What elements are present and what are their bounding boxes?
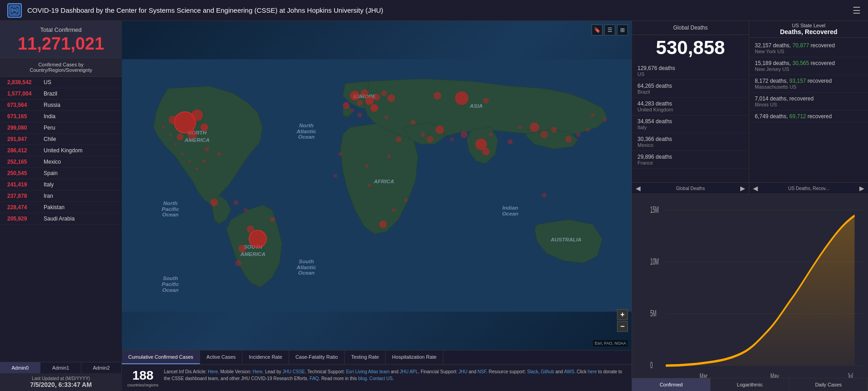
menu-icon[interactable]: ☰ [853,5,861,16]
map-tab-hospitalization[interactable]: Hospitalization Rate [386,351,443,364]
country-list-item[interactable]: 205,929Saudi Arabia [0,213,122,225]
us-list-item: 7,014 deaths, recoveredIllinois US [749,93,868,110]
zoom-in-button[interactable]: + [617,309,628,320]
svg-point-91 [162,126,165,129]
country-list-item[interactable]: 673,165India [0,111,122,122]
nsf-link[interactable]: NSF [477,369,486,374]
country-list-item[interactable]: 241,419Italy [0,179,122,190]
country-list-item[interactable]: 291,847Chile [0,134,122,145]
jhu-apl-link[interactable]: JHU APL [400,369,418,374]
svg-point-70 [518,125,522,130]
map-tab-testing[interactable]: Testing Rate [345,351,386,364]
svg-point-85 [202,159,206,163]
chart-tab-confirmed[interactable]: Confirmed [632,378,711,391]
esri-link[interactable]: Esri Living Atlas team [346,369,390,374]
aws-link[interactable]: AWS [564,369,574,374]
total-confirmed-value: 11,271,021 [7,35,115,52]
svg-point-63 [586,128,590,132]
right-panels: Global Deaths 530,858 129,676 deathsUS64… [632,21,868,391]
jhu-link[interactable]: JHU [459,369,467,374]
chart-tab-logarithmic[interactable]: Logarithmic [711,378,789,391]
us-state-next[interactable]: ▶ [859,185,864,192]
map-area: NORTH AMERICA SOUTH AMERICA ASIA EUROPE … [122,21,632,391]
blog-link[interactable]: blog [358,376,367,381]
article-link[interactable]: Here [208,369,218,374]
map-zoom-controls: + − [617,309,628,332]
country-list-item[interactable]: 286,412United Kingdom [0,145,122,156]
github-link[interactable]: Github [541,369,554,374]
svg-text:Jul: Jul [847,371,853,378]
right-top: Global Deaths 530,858 129,676 deathsUS64… [632,21,868,194]
map-tab-incidence[interactable]: Incidence Rate [242,351,289,364]
last-updated-label: Last Updated at (M/D/YYYY) [7,376,115,381]
csse-link[interactable]: JHU CSSE [282,369,305,374]
map-bottom-bar: 188 countries/regions Lancet Inf Dis Art… [122,364,632,391]
contact-link[interactable]: Contact US [369,376,392,381]
svg-point-75 [387,155,391,159]
svg-point-62 [576,132,581,137]
svg-point-53 [540,130,548,138]
svg-point-36 [433,92,441,100]
deaths-list[interactable]: 129,676 deathsUS64,265 deathsBrazil44,28… [632,60,749,182]
svg-point-81 [591,113,595,117]
svg-point-28 [187,130,197,139]
global-deaths-prev[interactable]: ◀ [636,185,641,192]
country-list-item[interactable]: 673,564Russia [0,100,122,111]
bookmark-icon[interactable]: 🔖 [592,25,602,35]
grid-icon[interactable]: ⊞ [617,25,628,35]
here-donate-link[interactable]: here [588,369,597,374]
svg-text:15M: 15M [650,204,659,215]
svg-point-39 [361,90,368,97]
map-tabs: Cumulative Confirmed Cases Active Cases … [122,350,632,364]
mobile-link[interactable]: Here [253,369,263,374]
svg-point-65 [351,108,355,112]
svg-point-37 [483,98,489,104]
zoom-out-button[interactable]: − [617,321,628,332]
svg-point-83 [204,147,209,152]
us-state-prev[interactable]: ◀ [753,185,758,192]
country-list-item[interactable]: 228,474Pakistan [0,202,122,213]
svg-point-55 [379,221,387,228]
country-list-item[interactable]: 1,577,004Brazil [0,88,122,100]
svg-point-30 [177,134,184,140]
svg-point-48 [482,148,490,155]
country-list-item[interactable]: 252,165Mexico [0,156,122,168]
country-list-item[interactable]: 2,839,542US [0,77,122,88]
country-list-item[interactable]: 237,878Iran [0,190,122,202]
global-deaths-next[interactable]: ▶ [740,185,745,192]
svg-point-67 [421,132,426,137]
country-list-item[interactable]: 250,545Spain [0,168,122,179]
map-container[interactable]: NORTH AMERICA SOUTH AMERICA ASIA EUROPE … [122,21,632,350]
country-count: 188 [132,368,154,383]
svg-point-61 [565,136,572,143]
svg-point-54 [551,127,557,133]
country-count-box: 188 countries/regions [127,368,159,387]
svg-point-90 [169,133,172,136]
svg-point-44 [357,100,363,106]
last-updated-date: 7/5/2020, 6:33:47 AM [7,381,115,388]
main-content: Total Confirmed 11,271,021 Confirmed Cas… [0,21,868,391]
list-icon[interactable]: ☰ [604,25,615,35]
last-updated: Last Updated at (M/D/YYYY) 7/5/2020, 6:3… [0,373,122,391]
admin-tab-0[interactable]: Admin0 [0,362,40,373]
map-tab-cfr[interactable]: Case-Fatality Ratio [289,351,345,364]
admin-tab-2[interactable]: Admin2 [81,362,122,373]
map-tab-cumulative[interactable]: Cumulative Confirmed Cases [122,351,200,364]
country-list-item[interactable]: 299,080Peru [0,122,122,134]
slack-link[interactable]: Slack [527,369,538,374]
svg-point-72 [392,208,396,212]
faq-link[interactable]: FAQ [310,376,319,381]
us-list[interactable]: 32,157 deaths, 70,877 recoveredNew York … [749,38,868,182]
chart-tab-daily[interactable]: Daily Cases [789,378,868,391]
header-title: COVID-19 Dashboard by the Center for Sys… [27,6,383,14]
country-list[interactable]: 2,839,542US1,577,004Brazil673,564Russia6… [0,77,122,362]
country-count-label: countries/regions [127,383,159,387]
svg-point-27 [201,123,208,131]
svg-point-35 [455,91,468,105]
admin-tab-1[interactable]: Admin1 [40,362,81,373]
svg-point-78 [234,200,239,205]
global-deaths-number: 530,858 [632,35,749,60]
svg-point-77 [333,174,337,178]
svg-point-32 [246,226,254,233]
map-tab-active[interactable]: Active Cases [200,351,242,364]
